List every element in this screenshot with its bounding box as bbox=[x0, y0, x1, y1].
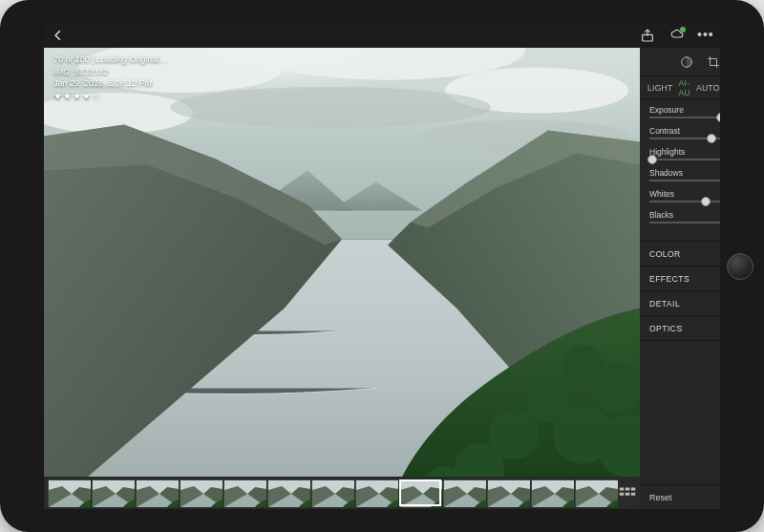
slider-shadows: Shadows49.00 bbox=[649, 168, 720, 181]
filmstrip-thumb[interactable] bbox=[92, 479, 134, 506]
slider-track[interactable] bbox=[649, 159, 720, 160]
filmstrip-thumb[interactable] bbox=[355, 479, 397, 506]
more-icon[interactable]: ••• bbox=[697, 28, 712, 43]
slider-track[interactable] bbox=[649, 180, 720, 181]
canvas-area: 70 of 100 | Loading Original… IMG_5732.c… bbox=[44, 48, 640, 509]
slider-knob[interactable] bbox=[716, 113, 720, 122]
filmstrip-show-all-icon[interactable] bbox=[619, 486, 636, 500]
filmstrip[interactable] bbox=[44, 477, 640, 509]
filmstrip-thumb[interactable] bbox=[443, 479, 485, 506]
histogram-icon[interactable] bbox=[680, 55, 693, 69]
photo-overlay-info: 70 of 100 | Loading Original… IMG_5732.c… bbox=[53, 53, 167, 103]
panel-top-icons bbox=[640, 48, 720, 76]
filmstrip-thumb[interactable] bbox=[399, 479, 441, 506]
filmstrip-thumb[interactable] bbox=[575, 479, 617, 506]
slider-label: Contrast bbox=[649, 126, 680, 136]
section-optics[interactable]: OPTICS◂ bbox=[640, 316, 720, 341]
filmstrip-thumb[interactable] bbox=[223, 479, 265, 506]
light-sliders: Exposure0.65Contrast0.00Highlights-100.0… bbox=[640, 99, 720, 242]
svg-rect-46 bbox=[620, 493, 625, 496]
filmstrip-thumb[interactable] bbox=[180, 479, 222, 506]
section-color[interactable]: COLOR◂ bbox=[640, 242, 720, 266]
slider-label: Whites bbox=[649, 189, 674, 199]
topbar-actions: ••• bbox=[640, 28, 712, 43]
back-button[interactable] bbox=[52, 29, 69, 42]
filmstrip-thumb[interactable] bbox=[48, 479, 90, 506]
section-label: OPTICS bbox=[649, 324, 683, 333]
reset-button[interactable]: Reset bbox=[649, 493, 672, 502]
svg-rect-45 bbox=[631, 488, 636, 491]
crop-icon[interactable] bbox=[707, 55, 720, 69]
slider-label: Exposure bbox=[649, 105, 684, 115]
filename-text: IMG_5732.cr2 bbox=[53, 66, 167, 78]
tab-auto[interactable]: AUTO bbox=[696, 83, 720, 93]
slider-knob[interactable] bbox=[707, 134, 716, 143]
svg-rect-47 bbox=[626, 493, 630, 496]
share-icon[interactable] bbox=[640, 28, 655, 43]
right-column: LIGHT AI-AU AUTO CURVE ◂ Exposure0.65Con… bbox=[640, 48, 720, 509]
cloud-sync-icon[interactable] bbox=[668, 28, 684, 43]
tab-aiau[interactable]: AI-AU bbox=[679, 78, 690, 97]
section-label: COLOR bbox=[649, 249, 681, 259]
slider-label: Blacks bbox=[649, 210, 673, 220]
datetime-text: Jan 29, 2016, 5:06:12 PM bbox=[53, 77, 167, 90]
slider-whites: Whites-10.00 bbox=[649, 189, 720, 202]
slider-knob[interactable] bbox=[701, 197, 711, 206]
svg-rect-44 bbox=[626, 488, 630, 491]
top-bar: ••• bbox=[44, 23, 720, 48]
svg-point-7 bbox=[170, 87, 491, 128]
svg-point-10 bbox=[592, 363, 640, 414]
slider-blacks: Blacks25.00 bbox=[649, 210, 720, 223]
tablet-frame: ••• bbox=[0, 0, 764, 532]
section-effects[interactable]: EFFECTS◂ bbox=[640, 266, 720, 291]
svg-rect-43 bbox=[620, 488, 625, 491]
slider-contrast: Contrast0.00 bbox=[649, 126, 720, 139]
main-area: 70 of 100 | Loading Original… IMG_5732.c… bbox=[44, 48, 720, 509]
slider-label: Shadows bbox=[649, 168, 683, 178]
section-label: DETAIL bbox=[649, 299, 680, 309]
app-screen: ••• bbox=[44, 23, 720, 509]
photo-image bbox=[44, 48, 640, 477]
filmstrip-thumb[interactable] bbox=[531, 479, 573, 506]
filmstrip-thumb[interactable] bbox=[487, 479, 529, 506]
photo-viewport[interactable]: 70 of 100 | Loading Original… IMG_5732.c… bbox=[44, 48, 640, 477]
panel-tabs: LIGHT AI-AU AUTO CURVE ◂ bbox=[640, 76, 720, 99]
filmstrip-thumb[interactable] bbox=[267, 479, 309, 506]
filmstrip-thumb[interactable] bbox=[136, 479, 178, 506]
panel-footer: Reset bbox=[640, 484, 720, 509]
sync-status-dot bbox=[680, 27, 686, 32]
counter-text: 70 of 100 | Loading Original… bbox=[53, 53, 167, 66]
slider-knob[interactable] bbox=[647, 155, 657, 164]
slider-track[interactable] bbox=[649, 117, 720, 118]
slider-exposure: Exposure0.65 bbox=[649, 105, 720, 118]
slider-track[interactable] bbox=[649, 222, 720, 223]
slider-track[interactable] bbox=[649, 138, 720, 139]
edit-panel: LIGHT AI-AU AUTO CURVE ◂ Exposure0.65Con… bbox=[640, 48, 720, 509]
svg-rect-48 bbox=[631, 493, 636, 496]
slider-track[interactable] bbox=[649, 201, 720, 202]
section-detail[interactable]: DETAIL◂ bbox=[640, 291, 720, 316]
rating-stars[interactable]: ★★★★☆ bbox=[53, 90, 167, 103]
home-button[interactable] bbox=[727, 253, 753, 280]
slider-highlights: Highlights-100.00 bbox=[649, 147, 720, 160]
section-label: EFFECTS bbox=[649, 274, 690, 284]
collapsed-sections: COLOR◂EFFECTS◂DETAIL◂OPTICS◂ bbox=[640, 242, 720, 341]
tab-light[interactable]: LIGHT bbox=[647, 83, 673, 93]
filmstrip-thumb[interactable] bbox=[311, 479, 353, 506]
